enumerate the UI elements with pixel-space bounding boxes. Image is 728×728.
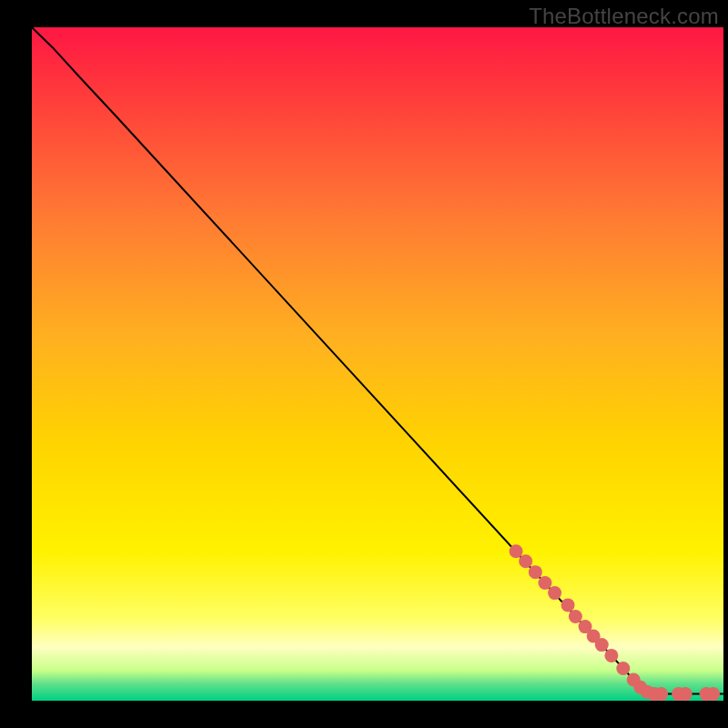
marker-point <box>595 638 609 652</box>
marker-point <box>569 610 582 623</box>
marker-point <box>529 565 542 579</box>
marker-point <box>538 576 551 590</box>
marker-point <box>604 649 618 662</box>
chart-plot-area <box>32 27 723 701</box>
marker-point <box>706 687 720 701</box>
marker-point <box>548 586 561 600</box>
marker-point <box>654 687 668 701</box>
marker-point <box>616 662 630 675</box>
marker-point <box>510 544 523 558</box>
chart-svg <box>32 27 723 701</box>
marker-point <box>519 554 532 568</box>
marker-point <box>679 687 693 701</box>
app-frame: TheBottleneck.com <box>0 0 728 728</box>
chart-background <box>32 27 723 701</box>
watermark-text: TheBottleneck.com <box>529 4 719 29</box>
marker-point <box>561 598 575 612</box>
